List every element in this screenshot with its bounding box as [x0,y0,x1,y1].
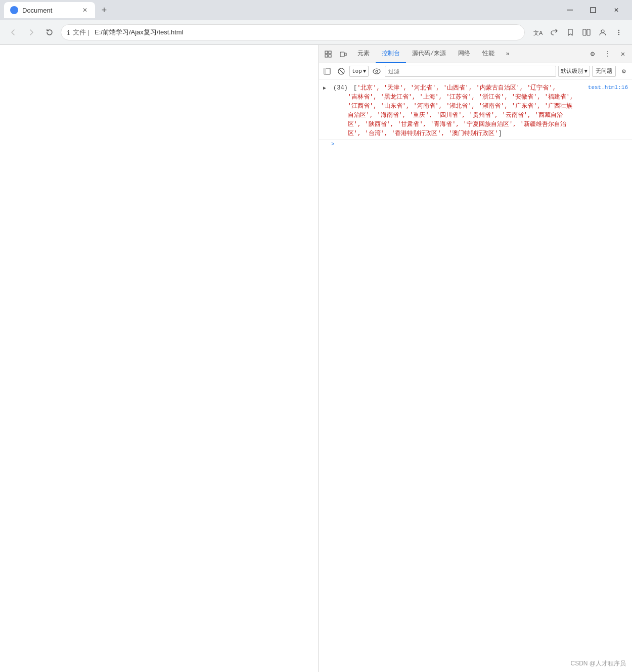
svg-rect-4 [583,29,586,35]
back-button[interactable] [6,25,20,39]
svg-rect-1 [567,10,573,11]
no-issues-button[interactable]: 无问题 [592,66,616,77]
tab-close-button[interactable]: ✕ [81,6,89,14]
svg-text:文A: 文A [533,30,543,36]
share-icon[interactable] [547,25,561,39]
new-tab-button[interactable]: + [97,3,111,17]
svg-point-6 [601,30,604,33]
forward-button[interactable] [24,25,38,39]
svg-point-20 [373,69,380,74]
devtools-toolbar: 元素 控制台 源代码/来源 网络 性能 » ⚙ ⋮ ✕ [319,45,632,63]
tab-performance[interactable]: 性能 [476,45,501,63]
tab-console[interactable]: 控制台 [376,45,406,63]
reload-button[interactable] [42,25,57,39]
svg-rect-2 [591,8,596,13]
eye-icon[interactable] [371,65,383,77]
console-settings-icon[interactable]: ⚙ [618,65,630,77]
profile-icon[interactable] [596,25,610,39]
more-tabs-button[interactable]: » [501,47,515,61]
console-log-entry: ▶ (34) ['北京', '天津', '河北省', '山西省', '内蒙古自治… [319,81,632,140]
clear-console-icon[interactable] [335,65,347,77]
svg-rect-17 [324,68,326,74]
menu-icon[interactable] [612,25,626,39]
devtools-controls: ⚙ ⋮ ✕ [585,47,630,61]
address-bar: ℹ 文件 | E:/前端学习/Ajax复习/test.html 文A [0,20,632,44]
close-devtools-icon[interactable]: ✕ [616,47,630,61]
svg-rect-12 [325,55,328,57]
chevron-down-icon: ▼ [584,68,588,74]
svg-point-0 [12,8,16,12]
page-content [0,45,319,672]
context-selector[interactable]: top ▼ [349,66,369,77]
browser-tab[interactable]: Document ✕ [4,2,95,18]
chevron-down-icon: ▼ [363,68,367,74]
address-icons: 文A [531,25,626,39]
expand-array-arrow[interactable]: ▶ [323,84,326,92]
svg-rect-13 [329,55,331,57]
svg-rect-10 [325,51,328,54]
minimize-button[interactable] [558,0,581,20]
array-data: '北京', '天津', '河北省', '山西省', '内蒙古自治区', '辽宁省… [333,84,573,137]
settings-icon[interactable]: ⚙ [585,47,600,61]
source-link[interactable]: test.html:16 [588,83,628,92]
inspector-icon[interactable] [321,47,335,61]
svg-point-7 [618,30,619,31]
svg-rect-5 [587,29,590,35]
devtools-panel: 元素 控制台 源代码/来源 网络 性能 » ⚙ ⋮ ✕ [319,45,632,672]
filter-input[interactable] [385,66,556,77]
tab-title: Document [22,7,52,14]
svg-point-21 [376,70,378,72]
more-options-icon[interactable]: ⋮ [601,47,615,61]
svg-point-9 [618,34,619,35]
close-button[interactable]: ✕ [605,0,628,20]
svg-line-19 [339,69,344,73]
address-input[interactable]: ℹ 文件 | E:/前端学习/Ajax复习/test.html [61,24,525,40]
svg-rect-11 [329,51,331,54]
translate-icon[interactable]: 文A [531,25,545,39]
bookmark-icon[interactable] [563,25,577,39]
address-prefix: 文件 | [73,28,89,37]
console-footer-entry: > [319,140,632,149]
info-icon: ℹ [67,29,70,36]
console-output: ▶ (34) ['北京', '天津', '河北省', '山西省', '内蒙古自治… [319,79,632,672]
browser-chrome: Document ✕ + ✕ ℹ 文件 | E:/前端学习/Ajax复习/t [0,0,632,45]
dock-sidebar-icon[interactable] [321,65,333,77]
watermark: CSDN @人才程序员 [570,659,626,668]
main-area: 元素 控制台 源代码/来源 网络 性能 » ⚙ ⋮ ✕ [0,45,632,672]
svg-rect-15 [345,53,346,56]
maximize-button[interactable] [581,0,605,20]
console-toolbar: top ▼ 默认级别 ▼ 无问题 ⚙ [319,63,632,79]
reading-view-icon[interactable] [579,25,594,39]
title-bar: Document ✕ + ✕ [0,0,632,20]
tab-elements[interactable]: 元素 [351,45,376,63]
array-count: (34) [333,84,348,92]
tab-favicon [10,6,18,14]
device-toolbar-icon[interactable] [336,47,350,61]
console-log-content: (34) ['北京', '天津', '河北省', '山西省', '内蒙古自治区'… [333,83,588,138]
console-prompt-arrow[interactable]: > [331,141,335,147]
address-url: E:/前端学习/Ajax复习/test.html [95,28,184,37]
tab-network[interactable]: 网络 [452,45,476,63]
svg-rect-14 [340,52,344,57]
tab-sources[interactable]: 源代码/来源 [406,45,452,63]
svg-point-8 [618,32,619,33]
log-level-selector[interactable]: 默认级别 ▼ [558,66,590,77]
window-controls: ✕ [558,0,628,20]
devtools-tabs: 元素 控制台 源代码/来源 网络 性能 » [351,45,584,63]
